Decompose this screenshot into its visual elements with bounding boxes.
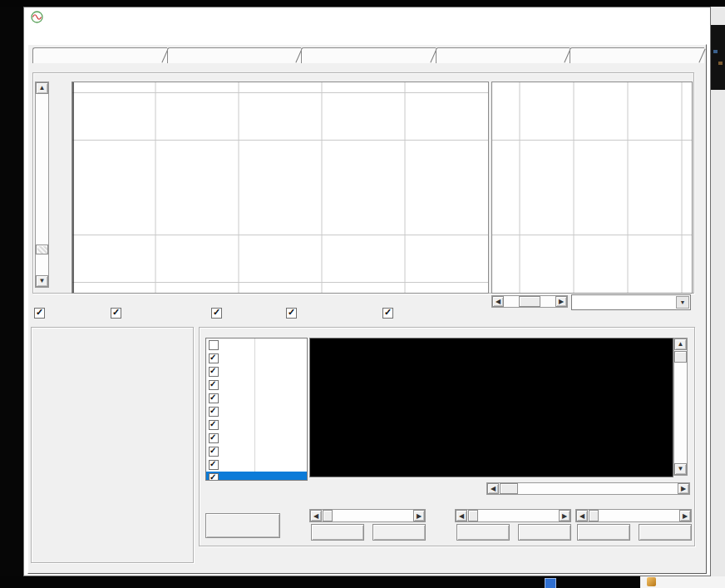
- stat-row: [42, 527, 191, 540]
- scroll-right-button[interactable]: ▶: [413, 510, 425, 521]
- checkbox-bruit[interactable]: [211, 308, 222, 319]
- stat-row: [42, 514, 191, 526]
- periodic-error-plot-canvas: [72, 82, 488, 293]
- passebas-reset-button[interactable]: [577, 524, 630, 541]
- maximize-button[interactable]: [644, 7, 672, 25]
- fft-row-checkbox[interactable]: [209, 433, 219, 443]
- fft-row-checkbox[interactable]: [209, 353, 219, 363]
- fft-row[interactable]: [206, 378, 307, 392]
- tab-erreur-periodique[interactable]: [32, 47, 167, 63]
- checkbox-raw[interactable]: [34, 308, 45, 319]
- fft-h-scrollbar[interactable]: ◀ ▶: [486, 482, 690, 495]
- scroll-down-button[interactable]: ▼: [674, 463, 687, 475]
- fft-row-checkbox[interactable]: [209, 393, 219, 403]
- dropdown-arrow-button[interactable]: ▼: [676, 296, 689, 309]
- graph-h-scrollbar[interactable]: ◀ ▶: [491, 295, 568, 308]
- arrow-up-icon: ▲: [37, 83, 47, 93]
- fft-row-selected[interactable]: [206, 472, 307, 481]
- scroll-thumb[interactable]: [468, 510, 478, 521]
- app-logo-icon: [31, 11, 43, 23]
- scroll-thumb[interactable]: [674, 351, 687, 363]
- fft-row-checkbox[interactable]: [209, 473, 219, 481]
- fft-row[interactable]: [206, 405, 307, 418]
- worm-cycles-plot[interactable]: [491, 82, 693, 294]
- periodic-error-plot[interactable]: [72, 82, 489, 294]
- maglimite-scrollbar[interactable]: ◀ ▶: [309, 509, 426, 522]
- stat-row: [42, 501, 191, 513]
- stat-row: [42, 354, 191, 367]
- scroll-thumb[interactable]: [500, 483, 518, 494]
- minimize-button[interactable]: [604, 7, 633, 25]
- arrow-left-icon: ◀: [311, 511, 321, 521]
- desktop-top-strip: [0, 0, 725, 7]
- tab-simulation[interactable]: [570, 47, 704, 63]
- scroll-thumb[interactable]: [36, 245, 48, 254]
- arrow-right-icon: ▶: [560, 511, 570, 521]
- passehaut-reset-button[interactable]: [456, 524, 510, 541]
- fft-v-scrollbar[interactable]: ▲ ▼: [673, 338, 688, 476]
- stat-row: [42, 408, 191, 420]
- left-graph-scrollbar[interactable]: ▲ ▼: [35, 82, 49, 288]
- scroll-left-button[interactable]: ◀: [310, 510, 322, 521]
- title-bar[interactable]: [24, 7, 710, 26]
- fft-row-checkbox[interactable]: [209, 420, 219, 430]
- fft-row[interactable]: [206, 365, 307, 378]
- arrow-left-icon: ◀: [456, 511, 466, 521]
- scroll-left-button[interactable]: ◀: [492, 296, 504, 307]
- scroll-thumb[interactable]: [519, 296, 540, 307]
- tab-strip: [32, 47, 704, 63]
- arrow-right-icon: ▶: [680, 511, 690, 521]
- scroll-down-button[interactable]: ▼: [36, 275, 48, 287]
- tab-correction-ep[interactable]: [167, 47, 302, 63]
- stat-row: [42, 381, 191, 393]
- passehaut-scrollbar[interactable]: ◀ ▶: [455, 509, 571, 522]
- scroll-up-button[interactable]: ▲: [36, 82, 48, 94]
- fft-row[interactable]: [206, 432, 307, 445]
- scroll-thumb[interactable]: [589, 510, 599, 521]
- scroll-right-button[interactable]: ▶: [679, 510, 691, 521]
- scroll-right-button[interactable]: ▶: [678, 483, 689, 494]
- fft-row-checkbox[interactable]: [209, 367, 219, 377]
- lissage-fft-panel: ▲ ▼ ◀ ▶ ◀ ▶: [199, 327, 695, 546]
- tab-arithmetique-pec[interactable]: [301, 47, 436, 63]
- scroll-left-button[interactable]: ◀: [456, 510, 467, 521]
- scroll-up-button[interactable]: ▲: [674, 338, 687, 350]
- tab-spectre-frequence[interactable]: [436, 47, 570, 63]
- statistics-panel: [31, 327, 194, 563]
- fft-row[interactable]: [206, 445, 307, 458]
- arrow-down-icon: ▼: [675, 464, 686, 474]
- fft-list-header: [206, 338, 307, 352]
- fft-row-checkbox[interactable]: [209, 407, 219, 417]
- scroll-left-button[interactable]: ◀: [576, 510, 588, 521]
- fft-spectrum-canvas: [310, 338, 673, 477]
- maglimite-define-button[interactable]: [372, 524, 426, 541]
- checkbox-lissage[interactable]: [286, 308, 297, 319]
- fft-row-checkbox[interactable]: [209, 460, 219, 470]
- scroll-left-button[interactable]: ◀: [487, 483, 499, 494]
- fft-spectrum-display[interactable]: [309, 338, 673, 477]
- fft-header-checkbox[interactable]: [209, 340, 219, 350]
- fft-row-checkbox[interactable]: [209, 380, 219, 390]
- close-button[interactable]: [683, 7, 712, 25]
- desktop-bottom-strip: [0, 576, 725, 588]
- checkbox-raw-trend[interactable]: [111, 308, 121, 319]
- passehaut-define-button[interactable]: [518, 524, 571, 541]
- scroll-right-button[interactable]: ▶: [559, 510, 570, 521]
- scroll-thumb[interactable]: [323, 510, 333, 521]
- filtre-auto-button[interactable]: [205, 513, 280, 538]
- worm-period-dropdown[interactable]: ▼: [571, 294, 691, 310]
- fft-row-checkbox[interactable]: [209, 447, 219, 457]
- scroll-right-button[interactable]: ▶: [555, 296, 567, 307]
- fft-row[interactable]: [206, 458, 307, 472]
- fft-row[interactable]: [206, 352, 307, 365]
- passebas-define-button[interactable]: [639, 524, 692, 541]
- fft-row[interactable]: [206, 392, 307, 405]
- fft-row[interactable]: [206, 418, 307, 432]
- checkbox-regression[interactable]: [382, 308, 393, 319]
- fft-component-list[interactable]: [205, 338, 308, 481]
- stat-row: [42, 394, 191, 407]
- file-icon[interactable]: [545, 578, 556, 588]
- unins-file-icon[interactable]: [647, 577, 656, 586]
- maglimite-reset-button[interactable]: [311, 524, 364, 541]
- passebas-scrollbar[interactable]: ◀ ▶: [575, 509, 692, 522]
